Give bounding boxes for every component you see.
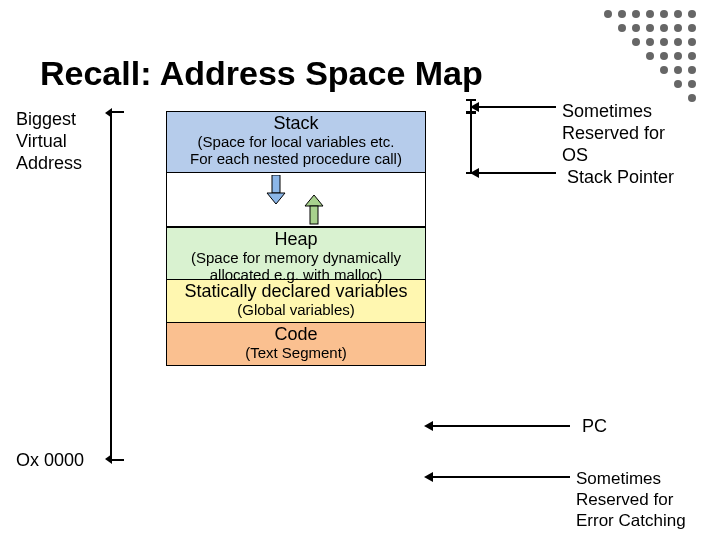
arrow-to-sp-label <box>478 172 556 174</box>
arrow-to-os-label <box>478 106 556 108</box>
arrow-down-icon <box>263 175 289 205</box>
svg-rect-28 <box>272 175 280 193</box>
svg-point-1 <box>618 10 626 18</box>
svg-point-9 <box>646 24 654 32</box>
svg-point-24 <box>688 66 696 74</box>
label-reserved-error: Sometimes Reserved for Error Catching <box>576 468 686 531</box>
region-static: Statically declared variables (Global va… <box>166 279 426 323</box>
region-gap <box>166 173 426 227</box>
svg-rect-31 <box>310 206 318 224</box>
svg-point-18 <box>646 52 654 60</box>
region-static-title: Statically declared variables <box>171 281 421 301</box>
region-stack: Stack (Space for local variables etc. Fo… <box>166 111 426 173</box>
svg-point-0 <box>604 10 612 18</box>
region-heap: Heap (Space for memory dynamically alloc… <box>166 227 426 280</box>
svg-marker-29 <box>267 193 285 204</box>
region-stack-sub: (Space for local variables etc. For each… <box>171 133 421 167</box>
memory-map-column: Stack (Space for local variables etc. Fo… <box>166 111 426 366</box>
svg-point-19 <box>660 52 668 60</box>
arrow-to-pc-label <box>432 425 570 427</box>
svg-point-21 <box>688 52 696 60</box>
svg-point-12 <box>688 24 696 32</box>
region-code: Code (Text Segment) <box>166 322 426 366</box>
svg-point-10 <box>660 24 668 32</box>
region-code-title: Code <box>171 324 421 344</box>
svg-marker-30 <box>305 195 323 206</box>
region-static-sub: (Global variables) <box>171 301 421 318</box>
region-code-sub: (Text Segment) <box>171 344 421 361</box>
svg-point-22 <box>660 66 668 74</box>
region-stack-title: Stack <box>171 113 421 133</box>
svg-point-11 <box>674 24 682 32</box>
svg-point-14 <box>646 38 654 46</box>
svg-point-26 <box>688 80 696 88</box>
svg-point-15 <box>660 38 668 46</box>
svg-point-17 <box>688 38 696 46</box>
address-range-bracket <box>110 111 124 461</box>
label-reserved-os-stackpointer: Sometimes Reserved for OS Stack Pointer <box>562 100 674 188</box>
svg-point-8 <box>632 24 640 32</box>
svg-point-13 <box>632 38 640 46</box>
label-pc: PC <box>582 416 607 437</box>
region-heap-sub: (Space for memory dynamically allocated … <box>171 249 421 283</box>
svg-point-16 <box>674 38 682 46</box>
svg-point-23 <box>674 66 682 74</box>
seg-bar-stack <box>470 113 472 173</box>
svg-point-4 <box>660 10 668 18</box>
svg-point-25 <box>674 80 682 88</box>
region-heap-title: Heap <box>171 229 421 249</box>
svg-point-3 <box>646 10 654 18</box>
svg-point-27 <box>688 94 696 102</box>
label-biggest-virtual-address: Biggest Virtual Address <box>16 108 82 174</box>
svg-point-6 <box>688 10 696 18</box>
arrow-up-icon <box>301 195 327 225</box>
svg-point-2 <box>632 10 640 18</box>
arrow-to-error-label <box>432 476 570 478</box>
svg-point-7 <box>618 24 626 32</box>
slide-title: Recall: Address Space Map <box>40 54 483 93</box>
svg-point-5 <box>674 10 682 18</box>
svg-point-20 <box>674 52 682 60</box>
decorative-dots <box>600 6 710 102</box>
label-zero-address: Ox 0000 <box>16 450 84 471</box>
